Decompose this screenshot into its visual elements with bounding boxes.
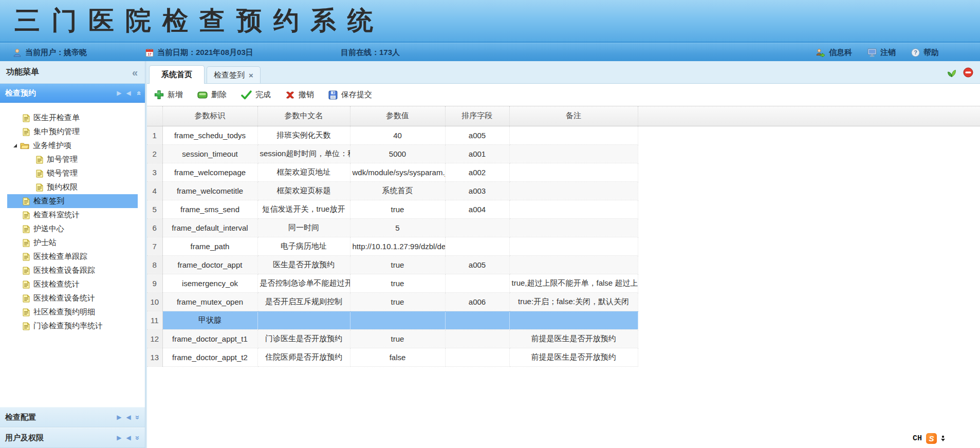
cell-param-id[interactable]: frame_doctor_appt bbox=[162, 255, 257, 274]
done-button[interactable]: 完成 bbox=[241, 90, 271, 100]
cell-param-value[interactable] bbox=[350, 311, 445, 329]
cell-param-value[interactable]: true bbox=[350, 255, 445, 274]
table-row[interactable]: 11 甲状腺 bbox=[147, 311, 980, 329]
arrow-left-icon[interactable]: ◀ bbox=[126, 90, 131, 96]
cell-sort-field[interactable] bbox=[445, 348, 509, 366]
cell-remark[interactable] bbox=[509, 218, 638, 237]
cell-param-value[interactable]: true bbox=[350, 274, 445, 292]
undo-button[interactable]: 撤销 bbox=[285, 90, 314, 100]
cell-remark[interactable]: true,超过上限不能开单，false 超过上 bbox=[509, 274, 638, 292]
col-param-name[interactable]: 参数中文名 bbox=[257, 106, 350, 126]
cell-param-name[interactable]: session超时时间，单位：秒 bbox=[257, 144, 350, 163]
cell-param-id[interactable]: isemergency_ok bbox=[162, 274, 257, 292]
cell-sort-field[interactable] bbox=[445, 237, 509, 255]
cell-param-value[interactable]: false bbox=[350, 348, 445, 366]
cell-param-value[interactable]: true bbox=[350, 200, 445, 218]
tab-close-icon[interactable]: × bbox=[249, 71, 253, 79]
cell-param-name[interactable]: 是否控制急诊单不能超过开单 bbox=[257, 274, 350, 292]
cell-remark[interactable] bbox=[509, 255, 638, 274]
col-remark[interactable]: 备注 bbox=[509, 106, 638, 126]
col-param-value[interactable]: 参数值 bbox=[350, 106, 445, 126]
cell-sort-field[interactable] bbox=[445, 218, 509, 237]
accordion-panel-exam-appointment[interactable]: 检查预约 ▶ ◀ » bbox=[0, 84, 145, 103]
ime-indicator[interactable]: CH S bbox=[913, 433, 945, 444]
cell-param-id[interactable]: frame_path bbox=[162, 237, 257, 255]
cell-param-id[interactable]: session_timeout bbox=[162, 144, 257, 163]
cell-param-id[interactable]: frame_welcomepage bbox=[162, 163, 257, 181]
cell-remark[interactable]: true:开启；false:关闭，默认关闭 bbox=[509, 292, 638, 311]
logout-link[interactable]: 注销 bbox=[867, 48, 896, 58]
cell-param-value[interactable]: 5 bbox=[350, 218, 445, 237]
tree-item[interactable]: 医技检查设备跟踪 bbox=[7, 264, 138, 277]
cell-remark[interactable] bbox=[509, 311, 638, 329]
add-button[interactable]: 新增 bbox=[154, 90, 183, 100]
cell-param-id[interactable]: frame_welcometitle bbox=[162, 181, 257, 200]
cell-param-name[interactable] bbox=[257, 311, 350, 329]
tree-item[interactable]: 医技检查设备统计 bbox=[7, 291, 138, 305]
cell-remark[interactable] bbox=[509, 237, 638, 255]
tree-item[interactable]: 集中预约管理 bbox=[7, 125, 138, 139]
tree-item[interactable]: 医技检查统计 bbox=[7, 277, 138, 291]
cell-remark[interactable] bbox=[509, 126, 638, 144]
arrow-left-icon[interactable]: ◀ bbox=[126, 435, 131, 441]
help-link[interactable]: ? 帮助 bbox=[911, 48, 939, 58]
table-row[interactable]: 12 frame_doctor_appt_t1 门诊医生是否开放预约 true … bbox=[147, 329, 980, 348]
cell-param-name[interactable]: 排班实例化天数 bbox=[257, 126, 350, 144]
arrow-left-icon[interactable]: ◀ bbox=[126, 414, 131, 420]
table-row[interactable]: 6 frame_default_interval 同一时间 5 bbox=[147, 218, 980, 237]
cell-param-id[interactable]: frame_sms_send bbox=[162, 200, 257, 218]
cell-param-name[interactable]: 是否开启互斥规则控制 bbox=[257, 292, 350, 311]
table-row[interactable]: 1 frame_schedu_todys 排班实例化天数 40 a005 bbox=[147, 126, 980, 144]
arrow-right-icon[interactable]: ▶ bbox=[117, 414, 121, 420]
cell-param-value[interactable]: 40 bbox=[350, 126, 445, 144]
cell-param-id[interactable]: frame_doctor_appt_t1 bbox=[162, 329, 257, 348]
cell-sort-field[interactable]: a001 bbox=[445, 144, 509, 163]
cell-sort-field[interactable]: a004 bbox=[445, 200, 509, 218]
ime-logo-icon[interactable]: S bbox=[926, 433, 937, 444]
cell-param-name[interactable]: 短信发送开关，true放开 bbox=[257, 200, 350, 218]
cell-param-value[interactable]: http://10.10.1.27:99/dzbl/de bbox=[350, 237, 445, 255]
table-row[interactable]: 8 frame_doctor_appt 医生是否开放预约 true a005 bbox=[147, 255, 980, 274]
table-row[interactable]: 7 frame_path 电子病历地址 http://10.10.1.27:99… bbox=[147, 237, 980, 255]
col-param-id[interactable]: 参数标识 bbox=[162, 106, 257, 126]
cell-sort-field[interactable] bbox=[445, 311, 509, 329]
cell-sort-field[interactable]: a005 bbox=[445, 255, 509, 274]
tree-item[interactable]: 护士站 bbox=[7, 236, 138, 250]
table-row[interactable]: 5 frame_sms_send 短信发送开关，true放开 true a004 bbox=[147, 200, 980, 218]
expand-down-icon[interactable]: » bbox=[133, 415, 142, 419]
tree-item[interactable]: 社区检查预约明细 bbox=[7, 305, 138, 319]
tree-item[interactable]: 预约权限 bbox=[7, 180, 138, 194]
cell-param-name[interactable]: 门诊医生是否开放预约 bbox=[257, 329, 350, 348]
cell-sort-field[interactable]: a003 bbox=[445, 181, 509, 200]
cell-param-name[interactable]: 框架欢迎页标题 bbox=[257, 181, 350, 200]
cell-remark[interactable] bbox=[509, 200, 638, 218]
cell-remark[interactable] bbox=[509, 144, 638, 163]
cell-sort-field[interactable]: a005 bbox=[445, 126, 509, 144]
tree-item[interactable]: 业务维护项 bbox=[7, 139, 138, 153]
tree-item[interactable]: 门诊检查预约率统计 bbox=[7, 319, 138, 333]
tree-item[interactable]: 加号管理 bbox=[7, 153, 138, 166]
col-sort-field[interactable]: 排序字段 bbox=[445, 106, 509, 126]
expand-triangle-icon[interactable] bbox=[13, 144, 17, 147]
cell-param-name[interactable]: 框架欢迎页地址 bbox=[257, 163, 350, 181]
arrow-right-icon[interactable]: ▶ bbox=[117, 90, 121, 96]
sidebar-collapse-icon[interactable]: « bbox=[132, 67, 138, 78]
cell-remark[interactable]: 前提是医生是否开放预约 bbox=[509, 348, 638, 366]
cell-remark[interactable] bbox=[509, 181, 638, 200]
cell-param-id[interactable]: frame_mutex_open bbox=[162, 292, 257, 311]
cell-param-id[interactable]: frame_schedu_todys bbox=[162, 126, 257, 144]
save-submit-button[interactable]: 保存提交 bbox=[328, 90, 372, 100]
cell-param-id[interactable]: frame_default_interval bbox=[162, 218, 257, 237]
expand-down-icon[interactable]: » bbox=[133, 436, 142, 440]
tree-item[interactable]: 检查科室统计 bbox=[7, 208, 138, 222]
tab-exam-checkin[interactable]: 检查签到 × bbox=[207, 66, 261, 83]
table-row[interactable]: 9 isemergency_ok 是否控制急诊单不能超过开单 true true… bbox=[147, 274, 980, 292]
cell-param-name[interactable]: 医生是否开放预约 bbox=[257, 255, 350, 274]
table-row[interactable]: 2 session_timeout session超时时间，单位：秒 5000 … bbox=[147, 144, 980, 163]
table-row[interactable]: 4 frame_welcometitle 框架欢迎页标题 系统首页 a003 bbox=[147, 181, 980, 200]
department-link[interactable]: 信息科 bbox=[816, 48, 852, 58]
cell-param-value[interactable]: true bbox=[350, 292, 445, 311]
cell-param-value[interactable]: wdk/module/sys/sysparam.j bbox=[350, 163, 445, 181]
cell-sort-field[interactable]: a002 bbox=[445, 163, 509, 181]
ime-lang-label[interactable]: CH bbox=[913, 434, 922, 443]
